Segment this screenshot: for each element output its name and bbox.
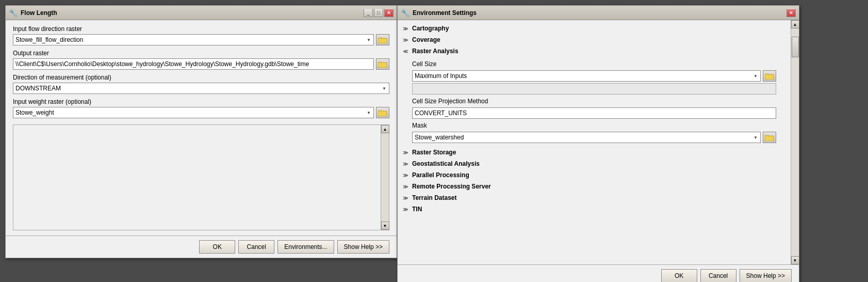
chevron-raster-icon: ≪ (403, 49, 410, 54)
svg-rect-14 (765, 136, 773, 140)
cell-size-group: Cell Size Maximum of Inputs (412, 60, 776, 95)
section-parallel[interactable]: ≫ Parallel Processing (403, 170, 785, 180)
svg-rect-8 (379, 112, 386, 116)
cell-size-text-input[interactable] (412, 83, 776, 95)
flow-length-dialog: 🔧 Flow Length _ □ ✕ Input flow direction… (5, 5, 397, 258)
mask-row: Stowe_watershed (412, 132, 776, 143)
weight-raster-select-wrapper: Stowe_weight (13, 107, 374, 118)
scrollbar-thumb[interactable] (792, 37, 799, 57)
mask-label: Mask (412, 122, 776, 129)
tin-label: TIN (412, 206, 422, 213)
env-scroll-down-button[interactable]: ▼ (791, 256, 799, 264)
flow-length-content: Input flow direction raster Stowe_fill_f… (6, 20, 397, 236)
minimize-button[interactable]: _ (364, 9, 373, 17)
env-title-bar: 🔧 Environment Settings ✕ (398, 6, 799, 20)
input-raster-browse-button[interactable] (376, 34, 389, 45)
title-bar-left: 🔧 Flow Length (9, 9, 57, 17)
input-raster-select[interactable]: Stowe_fill_flow_direction (13, 34, 374, 45)
chevron-cartography-icon: ≫ (403, 26, 410, 32)
env-cancel-button[interactable]: Cancel (700, 269, 736, 282)
geostatistical-label: Geostatistical Analysis (412, 160, 480, 167)
ok-button[interactable]: OK (199, 240, 235, 254)
output-raster-group: Output raster (13, 50, 389, 70)
cell-size-row: Maximum of Inputs (412, 70, 776, 82)
env-ok-button[interactable]: OK (661, 269, 697, 282)
chevron-tin-icon: ≫ (403, 207, 410, 212)
section-cartography[interactable]: ≫ Cartography (403, 23, 785, 34)
raster-analysis-expanded: Cell Size Maximum of Inputs (403, 57, 785, 146)
scroll-down-button[interactable]: ▼ (381, 222, 389, 230)
env-settings-title: Environment Settings (413, 9, 477, 17)
env-scroll-up-button[interactable]: ▲ (791, 20, 799, 28)
output-raster-label: Output raster (13, 50, 389, 57)
output-raster-input[interactable] (13, 58, 374, 70)
env-list: ≫ Cartography ≫ Coverage ≪ Raster Analys… (398, 20, 791, 264)
chevron-coverage-icon: ≫ (403, 37, 410, 43)
svg-rect-2 (379, 39, 386, 43)
weight-raster-row: Stowe_weight (13, 107, 389, 118)
show-help-button[interactable]: Show Help >> (337, 240, 389, 254)
chevron-raster-storage-icon: ≫ (403, 150, 410, 155)
chevron-parallel-icon: ≫ (403, 173, 410, 178)
cell-size-projection-input[interactable] (412, 107, 776, 119)
section-raster-analysis[interactable]: ≪ Raster Analysis (403, 46, 785, 56)
mask-select[interactable]: Stowe_watershed (412, 132, 761, 143)
cell-size-projection-label: Cell Size Projection Method (412, 98, 776, 105)
close-button[interactable]: ✕ (384, 9, 394, 17)
terrain-label: Terrain Dataset (412, 194, 456, 201)
cell-size-select-wrapper: Maximum of Inputs (412, 70, 761, 82)
raster-storage-label: Raster Storage (412, 149, 456, 156)
weight-raster-select[interactable]: Stowe_weight (13, 107, 374, 118)
chevron-terrain-icon: ≫ (403, 195, 410, 201)
section-geostatistical[interactable]: ≫ Geostatistical Analysis (403, 159, 785, 169)
raster-analysis-label: Raster Analysis (412, 48, 458, 55)
parallel-label: Parallel Processing (412, 171, 469, 179)
section-tin[interactable]: ≫ TIN (403, 204, 785, 214)
maximize-button[interactable]: □ (374, 9, 383, 17)
direction-label: Direction of measurement (optional) (13, 74, 389, 81)
folder-icon-5 (765, 134, 774, 141)
svg-rect-5 (379, 63, 386, 67)
scroll-bar-right: ▲ ▼ (381, 125, 389, 230)
chevron-remote-icon: ≫ (403, 184, 410, 190)
env-show-help-button[interactable]: Show Help >> (740, 269, 792, 282)
remote-label: Remote Processing Server (412, 183, 491, 190)
env-content: ≫ Cartography ≫ Coverage ≪ Raster Analys… (398, 20, 799, 282)
mask-browse-button[interactable] (763, 132, 776, 143)
section-raster-storage[interactable]: ≫ Raster Storage (403, 147, 785, 158)
input-raster-label: Input flow direction raster (13, 25, 389, 33)
input-raster-group: Input flow direction raster Stowe_fill_f… (13, 25, 389, 45)
cartography-label: Cartography (412, 25, 449, 32)
direction-row: DOWNSTREAM (13, 83, 389, 94)
env-title-bar-controls: ✕ (787, 9, 796, 17)
cell-size-select[interactable]: Maximum of Inputs (412, 70, 761, 82)
svg-rect-11 (765, 75, 773, 79)
cancel-button[interactable]: Cancel (238, 240, 274, 254)
mask-select-wrapper: Stowe_watershed (412, 132, 761, 143)
flow-length-title-bar: 🔧 Flow Length _ □ ✕ (6, 6, 397, 20)
cell-size-label: Cell Size (412, 60, 776, 68)
folder-icon-3 (378, 109, 387, 116)
section-terrain[interactable]: ≫ Terrain Dataset (403, 193, 785, 203)
env-scroll-area: ≫ Cartography ≫ Coverage ≪ Raster Analys… (398, 20, 799, 264)
output-raster-browse-button[interactable] (376, 58, 389, 70)
folder-icon-4 (765, 72, 774, 80)
section-coverage[interactable]: ≫ Coverage (403, 35, 785, 45)
section-remote[interactable]: ≫ Remote Processing Server (403, 181, 785, 192)
direction-group: Direction of measurement (optional) DOWN… (13, 74, 389, 94)
env-close-button[interactable]: ✕ (787, 9, 796, 17)
weight-raster-browse-button[interactable] (376, 107, 389, 118)
coverage-label: Coverage (412, 36, 440, 43)
cell-size-browse-button[interactable] (763, 70, 776, 82)
weight-raster-group: Input weight raster (optional) Stowe_wei… (13, 98, 389, 118)
environments-button[interactable]: Environments... (277, 240, 334, 254)
content-scroll-area: ▲ ▼ (13, 124, 389, 230)
env-title-bar-left: 🔧 Environment Settings (401, 9, 477, 17)
scroll-up-button[interactable]: ▲ (381, 125, 389, 133)
cell-size-projection-group: Cell Size Projection Method (412, 98, 776, 119)
mask-group: Mask Stowe_watershed (412, 122, 776, 143)
env-settings-dialog: 🔧 Environment Settings ✕ ≫ Cartography ≫… (397, 5, 799, 282)
direction-select[interactable]: DOWNSTREAM (13, 83, 389, 94)
folder-icon-2 (378, 60, 387, 68)
input-raster-select-wrapper: Stowe_fill_flow_direction (13, 34, 374, 45)
